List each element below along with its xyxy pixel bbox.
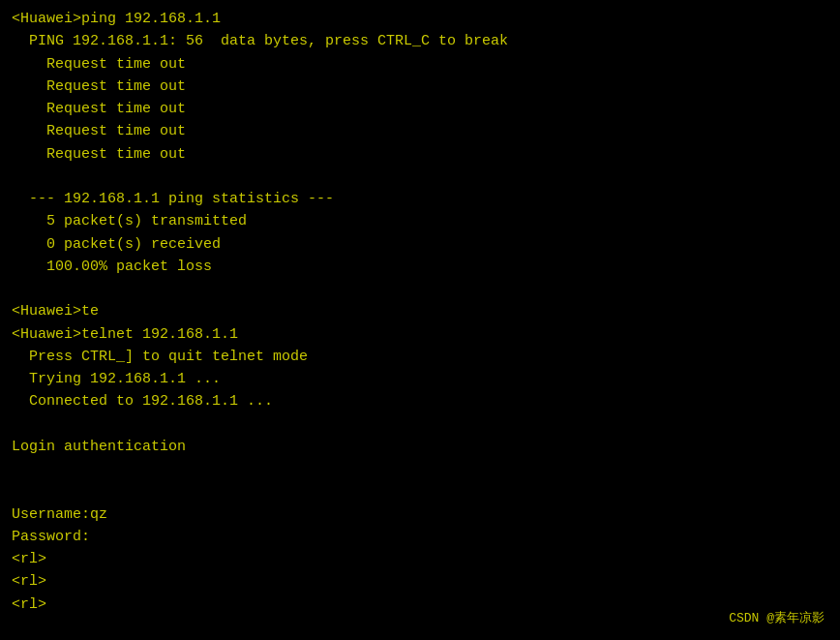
- terminal-line: Request time out: [12, 98, 828, 120]
- terminal-line: Request time out: [12, 76, 828, 98]
- terminal-line: [12, 278, 828, 300]
- terminal-line: Password:: [12, 526, 828, 548]
- terminal-line: Request time out: [12, 53, 828, 76]
- terminal-line: --- 192.168.1.1 ping statistics ---: [12, 188, 828, 210]
- terminal-line: Request time out: [12, 143, 828, 166]
- terminal-line: <rl>: [12, 570, 828, 593]
- terminal-line: Login authentication: [12, 436, 828, 458]
- terminal-line: [12, 458, 828, 480]
- terminal-line: <Huawei>te: [12, 300, 828, 322]
- terminal-line: [12, 166, 828, 188]
- terminal-line: Username:qz: [12, 503, 828, 526]
- terminal-line: PING 192.168.1.1: 56 data bytes, press C…: [12, 30, 828, 52]
- terminal-line: Connected to 192.168.1.1 ...: [12, 390, 828, 412]
- terminal-line: Press CTRL_] to quit telnet mode: [12, 346, 828, 368]
- terminal-line: 100.00% packet loss: [12, 256, 828, 278]
- terminal-line: 5 packet(s) transmitted: [12, 210, 828, 232]
- terminal-line: [12, 480, 828, 503]
- terminal-line: [12, 413, 828, 436]
- terminal-line: <rl>: [12, 594, 828, 616]
- terminal-window: <Huawei>ping 192.168.1.1 PING 192.168.1.…: [0, 0, 840, 640]
- terminal-line: Request time out: [12, 120, 828, 142]
- terminal-line: <rl>: [12, 548, 828, 570]
- terminal-content: <Huawei>ping 192.168.1.1 PING 192.168.1.…: [12, 8, 828, 616]
- terminal-line: 0 packet(s) received: [12, 233, 828, 256]
- terminal-line: <Huawei>telnet 192.168.1.1: [12, 323, 828, 346]
- watermark: CSDN @素年凉影: [729, 609, 825, 628]
- terminal-line: Trying 192.168.1.1 ...: [12, 368, 828, 390]
- terminal-line: <Huawei>ping 192.168.1.1: [12, 8, 828, 30]
